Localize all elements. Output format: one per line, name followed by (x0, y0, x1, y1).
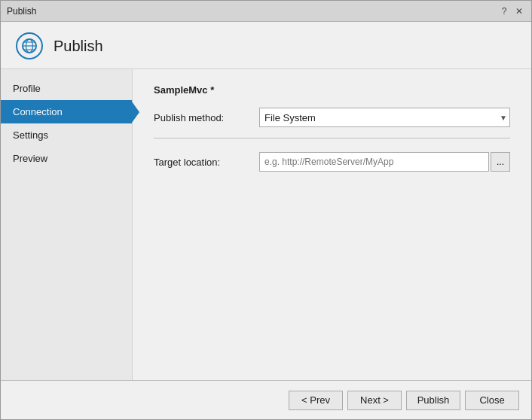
publish-method-row: Publish method: File System Web Deploy F… (154, 108, 510, 127)
target-location-row: Target location: ... (154, 152, 510, 172)
sidebar-item-preview[interactable]: Preview (1, 147, 132, 170)
publish-method-label: Publish method: (154, 112, 259, 123)
next-button[interactable]: Next > (347, 391, 402, 410)
help-button[interactable]: ? (498, 5, 510, 17)
sidebar-profile-label: Profile (13, 83, 41, 94)
target-location-input[interactable] (259, 152, 489, 172)
globe-icon (16, 32, 43, 59)
content-area: Profile Connection Settings Preview Samp… (1, 69, 531, 380)
publish-method-select-wrapper: File System Web Deploy FTP Package ▼ (259, 108, 510, 127)
target-location-control: ... (259, 152, 510, 172)
header-title: Publish (54, 38, 103, 55)
title-bar-left: Publish (7, 6, 36, 17)
target-location-label: Target location: (154, 157, 259, 168)
sidebar-item-connection[interactable]: Connection (1, 100, 132, 123)
close-button[interactable]: Close (465, 391, 519, 410)
globe-svg (21, 38, 38, 54)
sidebar-item-settings[interactable]: Settings (1, 123, 132, 147)
publish-button[interactable]: Publish (406, 391, 460, 410)
sidebar-item-profile[interactable]: Profile (1, 77, 132, 100)
divider (154, 138, 510, 138)
dialog-title: Publish (7, 6, 36, 17)
header-section: Publish (1, 22, 531, 69)
publish-method-select[interactable]: File System Web Deploy FTP Package (259, 108, 510, 127)
publish-dialog: Publish ? ✕ Publish Profile Conne (0, 0, 532, 420)
title-bar-controls: ? ✕ (498, 5, 525, 17)
sidebar-connection-label: Connection (13, 106, 63, 117)
section-title: SampleMvc * (154, 84, 510, 96)
publish-method-control: File System Web Deploy FTP Package ▼ (259, 108, 510, 127)
title-bar: Publish ? ✕ (1, 1, 531, 22)
main-panel: SampleMvc * Publish method: File System … (133, 69, 531, 380)
sidebar-preview-label: Preview (13, 153, 47, 164)
footer: < Prev Next > Publish Close (1, 380, 531, 419)
sidebar: Profile Connection Settings Preview (1, 69, 133, 380)
sidebar-settings-label: Settings (13, 129, 48, 141)
close-window-button[interactable]: ✕ (513, 5, 525, 17)
prev-button[interactable]: < Prev (289, 391, 343, 410)
browse-button[interactable]: ... (491, 152, 510, 172)
